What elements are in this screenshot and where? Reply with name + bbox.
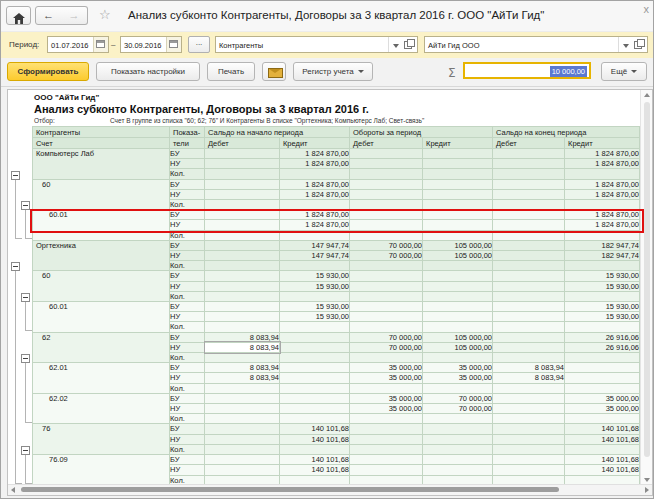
indicator-cell[interactable]: БУ (170, 455, 205, 465)
value-cell[interactable] (350, 261, 423, 271)
value-cell[interactable] (205, 424, 280, 434)
value-cell[interactable] (493, 434, 565, 444)
value-cell[interactable] (493, 383, 565, 393)
indicator-cell[interactable]: Кол. (170, 322, 205, 332)
indicator-cell[interactable]: НУ (170, 373, 205, 383)
value-cell[interactable]: 70 000,00 (423, 393, 493, 403)
value-cell[interactable] (350, 210, 423, 220)
scroll-down-icon[interactable] (644, 478, 650, 482)
value-cell[interactable]: 70 000,00 (350, 251, 423, 261)
value-cell[interactable] (205, 383, 280, 393)
value-cell[interactable] (423, 312, 493, 322)
value-cell[interactable]: 1 824 870,00 (280, 210, 350, 220)
value-cell[interactable]: 70 000,00 (350, 332, 423, 342)
col-account[interactable]: Счет (33, 138, 170, 149)
indicator-cell[interactable]: БУ (170, 271, 205, 281)
value-cell[interactable] (423, 179, 493, 189)
indicator-cell[interactable]: БУ (170, 149, 205, 159)
col-turnover[interactable]: Обороты за период (350, 127, 493, 138)
value-cell[interactable] (423, 200, 493, 210)
value-cell[interactable] (423, 271, 493, 281)
value-cell[interactable] (205, 240, 280, 250)
more-button[interactable]: Ещё (601, 62, 647, 81)
value-cell[interactable] (493, 404, 565, 414)
value-cell[interactable] (493, 312, 565, 322)
row-label[interactable]: 76 (33, 424, 170, 455)
indicator-cell[interactable]: Кол. (170, 230, 205, 240)
value-cell[interactable] (423, 455, 493, 465)
value-cell[interactable] (493, 159, 565, 169)
value-cell[interactable] (350, 200, 423, 210)
row-label[interactable]: 62 (33, 332, 170, 363)
value-cell[interactable]: 15 930,00 (280, 271, 350, 281)
value-cell[interactable]: 105 000,00 (423, 240, 493, 250)
col-balance-start[interactable]: Сальдо на начало периода (205, 127, 350, 138)
value-cell[interactable] (565, 373, 640, 383)
col-indicators-2[interactable]: тели (170, 138, 205, 149)
value-cell[interactable]: 140 101,68 (280, 455, 350, 465)
value-cell[interactable] (280, 353, 350, 363)
value-cell[interactable] (493, 271, 565, 281)
row-label[interactable]: 60 (33, 271, 170, 302)
date-from-calendar-button[interactable] (93, 37, 108, 52)
value-cell[interactable] (493, 332, 565, 342)
value-cell[interactable]: 15 930,00 (565, 302, 640, 312)
home-button[interactable] (6, 6, 31, 25)
value-cell[interactable] (350, 302, 423, 312)
value-cell[interactable] (205, 414, 280, 424)
value-cell[interactable]: 140 101,68 (280, 465, 350, 475)
value-cell[interactable]: 35 000,00 (350, 363, 423, 373)
col-debit[interactable]: Дебет (205, 138, 280, 149)
value-cell[interactable] (423, 383, 493, 393)
value-cell[interactable]: 1 824 870,00 (565, 159, 640, 169)
value-cell[interactable] (280, 342, 350, 352)
value-cell[interactable]: 8 083,94 (205, 363, 280, 373)
indicator-cell[interactable]: Кол. (170, 261, 205, 271)
row-label[interactable]: 62.02 (33, 393, 170, 424)
value-cell[interactable] (205, 455, 280, 465)
col-credit[interactable]: Кредит (565, 138, 640, 149)
value-cell[interactable] (350, 220, 423, 230)
value-cell[interactable] (565, 383, 640, 393)
value-cell[interactable]: 140 101,68 (280, 424, 350, 434)
value-cell[interactable]: 15 930,00 (565, 312, 640, 322)
value-cell[interactable]: 1 824 870,00 (280, 159, 350, 169)
indicator-cell[interactable]: НУ (170, 189, 205, 199)
indicator-cell[interactable]: БУ (170, 179, 205, 189)
vertical-scrollbar[interactable] (640, 90, 652, 485)
value-cell[interactable] (565, 444, 640, 454)
value-cell[interactable] (350, 230, 423, 240)
value-cell[interactable]: 35 000,00 (565, 404, 640, 414)
value-cell[interactable] (493, 444, 565, 454)
value-cell[interactable]: 15 930,00 (280, 302, 350, 312)
show-settings-button[interactable]: Показать настройки (96, 62, 200, 81)
value-cell[interactable]: 35 000,00 (350, 393, 423, 403)
indicator-cell[interactable]: НУ (170, 159, 205, 169)
value-cell[interactable]: 1 824 870,00 (565, 189, 640, 199)
value-cell[interactable]: 8 083,94 (205, 342, 280, 352)
value-cell[interactable] (565, 322, 640, 332)
value-cell[interactable] (350, 444, 423, 454)
value-cell[interactable]: 35 000,00 (350, 404, 423, 414)
value-cell[interactable] (423, 159, 493, 169)
value-cell[interactable] (280, 261, 350, 271)
collapse-toggle[interactable] (11, 171, 20, 180)
value-cell[interactable] (423, 220, 493, 230)
value-cell[interactable]: 1 824 870,00 (565, 210, 640, 220)
value-cell[interactable] (280, 363, 350, 373)
value-cell[interactable] (493, 455, 565, 465)
collapse-toggle[interactable] (21, 293, 30, 302)
chevron-down-icon[interactable] (623, 44, 629, 48)
indicator-cell[interactable]: Кол. (170, 383, 205, 393)
value-cell[interactable] (350, 414, 423, 424)
chevron-down-icon[interactable] (393, 44, 399, 48)
collapse-toggle[interactable] (21, 201, 30, 210)
value-cell[interactable] (493, 342, 565, 352)
collapse-toggle[interactable] (21, 446, 30, 455)
indicator-cell[interactable]: Кол. (170, 200, 205, 210)
value-cell[interactable]: 15 930,00 (565, 281, 640, 291)
print-button[interactable]: Печать (207, 62, 255, 81)
collapse-toggle[interactable] (21, 354, 30, 363)
value-cell[interactable]: 8 083,94 (493, 373, 565, 383)
value-cell[interactable]: 35 000,00 (423, 373, 493, 383)
